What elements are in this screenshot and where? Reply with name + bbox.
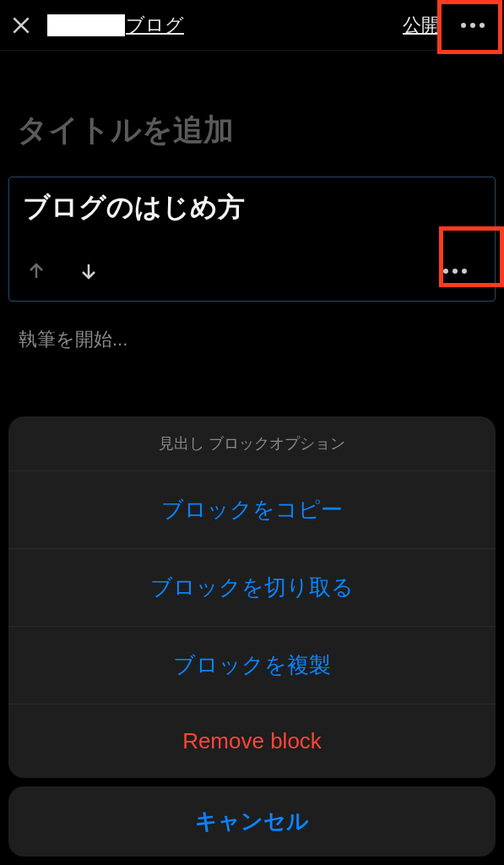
editor-area: タイトルを追加 ブログのはじめ方: [0, 51, 504, 352]
move-up-button[interactable]: [23, 258, 50, 285]
remove-block-option[interactable]: Remove block: [8, 705, 496, 778]
close-button[interactable]: [10, 14, 32, 36]
arrow-up-icon: [26, 261, 46, 281]
redacted-text: [47, 14, 125, 36]
move-down-button[interactable]: [75, 258, 102, 285]
header-left-group: ブログ: [10, 13, 184, 38]
cut-block-option[interactable]: ブロックを切り取る: [8, 549, 496, 627]
breadcrumb-text: ブログ: [126, 13, 184, 38]
publish-button[interactable]: 公開: [403, 13, 440, 38]
action-sheet-title: 見出し ブロックオプション: [8, 416, 496, 471]
block-move-controls: [23, 258, 102, 285]
arrow-down-icon: [79, 261, 99, 281]
block-toolbar: [23, 250, 481, 292]
action-sheet: 見出し ブロックオプション ブロックをコピー ブロックを切り取る ブロックを複製…: [0, 416, 504, 865]
post-title-input[interactable]: タイトルを追加: [8, 51, 496, 177]
paragraph-placeholder[interactable]: 執筆を開始...: [8, 327, 496, 352]
annotation-highlight-more-block: [439, 226, 504, 287]
editor-header: ブログ 公開: [0, 0, 504, 51]
selected-heading-block[interactable]: ブログのはじめ方: [8, 177, 496, 302]
close-icon: [10, 14, 32, 36]
cancel-button[interactable]: キャンセル: [8, 786, 496, 857]
duplicate-block-option[interactable]: ブロックを複製: [8, 627, 496, 705]
annotation-highlight-more-header: [437, 0, 502, 54]
breadcrumb-link[interactable]: ブログ: [47, 13, 184, 38]
heading-text[interactable]: ブログのはじめ方: [23, 189, 481, 226]
copy-block-option[interactable]: ブロックをコピー: [8, 471, 496, 549]
action-sheet-panel: 見出し ブロックオプション ブロックをコピー ブロックを切り取る ブロックを複製…: [8, 416, 496, 778]
